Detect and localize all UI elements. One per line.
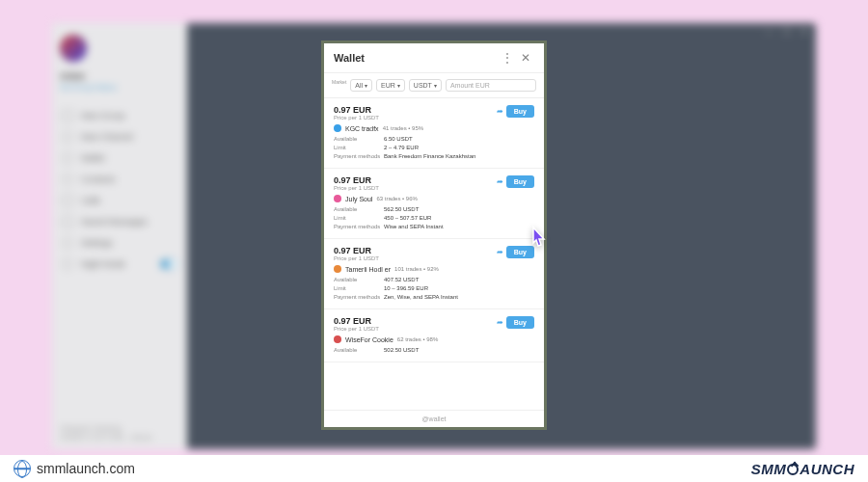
user-status[interactable]: Set Emoji Status	[60, 83, 179, 92]
trader-name: July Soul	[345, 196, 372, 202]
filter-amount[interactable]: Amount EUR	[446, 79, 536, 92]
pointer-cursor-icon	[527, 226, 550, 253]
night-mode-toggle	[160, 259, 177, 269]
launch-ring-icon	[787, 464, 799, 475]
sidebar-footer: Telegram DesktopVersion 4.10.3 x64 – Abo…	[60, 424, 152, 442]
share-icon[interactable]: ➦	[497, 177, 503, 186]
share-icon[interactable]: ➦	[497, 318, 503, 327]
page-footer: smmlaunch.com SMMAUNCH	[0, 455, 868, 482]
offer-price: 0.97 EUR	[334, 316, 534, 326]
globe-icon	[14, 460, 31, 477]
window-controls[interactable]: —☐✕	[187, 23, 816, 39]
sidebar-item-settings[interactable]: Settings	[60, 232, 179, 254]
sidebar-item-contacts[interactable]: Contacts	[60, 169, 179, 190]
trader-dot-icon	[334, 335, 341, 343]
wallet-header: Wallet ⋮ ✕	[324, 43, 544, 73]
close-icon[interactable]: ✕	[517, 51, 534, 65]
sidebar-item-saved[interactable]: Saved Messages	[60, 211, 179, 232]
filter-crypto[interactable]: USDT	[409, 79, 442, 92]
offer-price: 0.97 EUR	[334, 246, 534, 255]
trader-name: KGC tradfx	[345, 125, 379, 132]
buy-button[interactable]: Buy	[506, 175, 534, 188]
offer-price: 0.97 EUR	[334, 175, 534, 185]
user-name: Artem	[60, 71, 179, 81]
trader-name: WiseFor Cookie	[345, 336, 393, 343]
buy-button[interactable]: Buy	[506, 316, 534, 329]
sidebar-item-new-channel[interactable]: New Channel	[60, 126, 179, 147]
share-icon[interactable]: ➦	[497, 107, 503, 116]
wallet-title: Wallet	[334, 52, 498, 64]
brand-logo: SMMAUNCH	[751, 461, 854, 477]
wallet-handle: @wallet	[324, 410, 544, 427]
offer-row[interactable]: 0.97 EURPrice per 1 USDT Tamerli Hodl er…	[324, 239, 544, 309]
buy-button[interactable]: Buy	[506, 105, 534, 118]
filter-fiat[interactable]: EUR	[376, 79, 405, 92]
avatar[interactable]	[60, 35, 87, 62]
offer-row[interactable]: 0.97 EURPrice per 1 USDT WiseFor Cookie6…	[324, 309, 544, 362]
offer-price: 0.97 EUR	[334, 105, 534, 115]
trader-name: Tamerli Hodl er	[345, 266, 391, 273]
sidebar-item-calls[interactable]: Calls	[60, 190, 179, 211]
wallet-panel: Wallet ⋮ ✕ Market All EUR USDT Amount EU…	[321, 40, 547, 430]
sidebar-item-wallet[interactable]: Wallet	[60, 147, 179, 169]
sidebar: Artem Set Emoji Status New Group New Cha…	[52, 23, 187, 449]
offer-row[interactable]: 0.97 EURPrice per 1 USDT KGC tradfx41 tr…	[324, 98, 544, 169]
offers-list: 0.97 EURPrice per 1 USDT KGC tradfx41 tr…	[324, 98, 544, 410]
site-link[interactable]: smmlaunch.com	[14, 460, 135, 477]
sidebar-item-new-group[interactable]: New Group	[60, 105, 179, 126]
trader-dot-icon	[334, 124, 341, 132]
sidebar-item-night-mode[interactable]: Night Mode	[60, 254, 179, 275]
offer-row[interactable]: 0.97 EURPrice per 1 USDT July Soul63 tra…	[324, 169, 544, 239]
menu-icon[interactable]: ⋮	[498, 51, 517, 65]
filter-market[interactable]: All	[350, 79, 372, 92]
trader-dot-icon	[334, 195, 341, 202]
filter-bar: Market All EUR USDT Amount EUR	[324, 73, 544, 98]
share-icon[interactable]: ➦	[497, 248, 503, 256]
trader-dot-icon	[334, 265, 341, 273]
